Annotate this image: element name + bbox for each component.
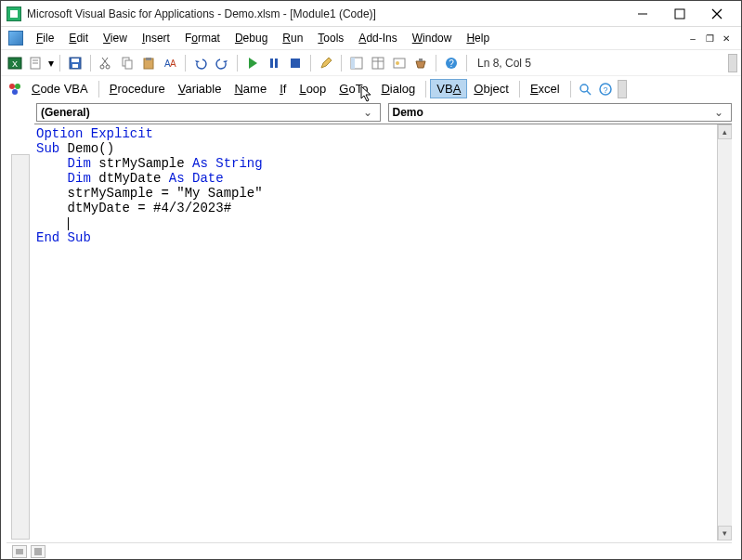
code-text (36, 215, 68, 230)
code-text: As Date (169, 171, 224, 186)
code-text: Option Explicit (36, 126, 153, 141)
paste-button[interactable] (138, 53, 159, 73)
mdi-minimize-button[interactable]: – (685, 32, 700, 45)
vertical-scrollbar[interactable]: ▴ ▾ (717, 124, 732, 540)
goto-menu[interactable]: GoTo (332, 79, 374, 98)
vba-menu[interactable]: VBA (430, 79, 467, 98)
code-pane-selectors: (General) ⌄ Demo ⌄ (1, 101, 741, 124)
break-button[interactable] (264, 53, 284, 73)
svg-rect-1 (675, 9, 684, 19)
menu-debug[interactable]: Debug (228, 30, 275, 46)
help-button[interactable]: ? (441, 53, 462, 73)
window-title: Microsoft Visual Basic for Applications … (27, 7, 624, 20)
svg-rect-22 (270, 59, 273, 68)
minimize-button[interactable] (624, 3, 661, 25)
save-button[interactable] (65, 53, 85, 73)
variable-menu[interactable]: Variable (172, 79, 228, 98)
app-icon (7, 7, 21, 21)
find-button[interactable]: AA (160, 53, 180, 73)
procedure-view-button[interactable] (12, 545, 27, 558)
cut-button[interactable] (96, 53, 116, 73)
run-button[interactable] (242, 53, 263, 73)
codevba-icon[interactable] (5, 79, 25, 99)
undo-button[interactable] (190, 53, 211, 73)
caret-position: Ln 8, Col 5 (472, 57, 537, 70)
procedure-menu[interactable]: Procedure (103, 79, 172, 98)
procedure-combo[interactable]: Demo ⌄ (388, 103, 733, 122)
excel-menu[interactable]: Excel (524, 79, 566, 98)
name-menu[interactable]: Name (228, 79, 273, 98)
loop-menu[interactable]: Loop (293, 79, 332, 98)
code-editor[interactable]: Option Explicit Sub Demo() Dim strMySamp… (34, 124, 717, 540)
svg-text:A: A (170, 59, 176, 69)
code-text (36, 156, 68, 171)
svg-rect-10 (72, 59, 79, 62)
margin-indicator-bar[interactable] (11, 154, 30, 540)
help2-button[interactable]: ? (595, 79, 616, 99)
menu-edit[interactable]: Edit (61, 30, 96, 46)
reset-button[interactable] (285, 53, 306, 73)
full-module-view-button[interactable] (31, 545, 46, 558)
svg-point-36 (15, 84, 20, 89)
object-menu[interactable]: Object (467, 79, 515, 98)
scroll-up-button[interactable]: ▴ (718, 124, 732, 139)
insert-dropdown[interactable]: ▾ (47, 57, 55, 70)
object-browser-button[interactable] (389, 53, 410, 73)
svg-point-38 (580, 85, 588, 92)
menu-help[interactable]: Help (459, 30, 497, 46)
svg-text:?: ? (603, 85, 607, 95)
code-text: dtMyDate = #4/3/2023# (36, 201, 715, 215)
code-text: As String (192, 156, 263, 171)
svg-point-15 (106, 65, 110, 69)
if-menu[interactable]: If (273, 79, 293, 98)
code-text: dtMyDate (91, 171, 169, 186)
toolbox-button[interactable] (410, 53, 431, 73)
svg-point-37 (12, 89, 18, 95)
svg-line-39 (587, 91, 591, 95)
svg-rect-11 (72, 64, 78, 68)
code-text: Dim (68, 156, 91, 171)
toolbar-options[interactable] (728, 54, 737, 72)
menu-view[interactable]: View (96, 30, 135, 46)
dialog-menu[interactable]: Dialog (374, 79, 422, 98)
svg-rect-32 (419, 59, 423, 61)
menu-bar: File Edit View Insert Format Debug Run T… (1, 27, 741, 49)
menu-window[interactable]: Window (405, 30, 460, 46)
copy-button[interactable] (117, 53, 137, 73)
project-explorer-button[interactable] (346, 53, 367, 73)
menu-format[interactable]: Format (177, 30, 228, 46)
code-text: Sub (36, 141, 59, 156)
maximize-button[interactable] (661, 3, 698, 25)
menu-run[interactable]: Run (275, 30, 310, 46)
menu-addins[interactable]: Add-Ins (351, 30, 404, 46)
mdi-close-button[interactable]: ✕ (719, 32, 734, 45)
redo-button[interactable] (212, 53, 232, 73)
svg-point-31 (396, 61, 399, 65)
title-bar: Microsoft Visual Basic for Applications … (1, 1, 741, 27)
svg-rect-26 (351, 58, 355, 69)
search-button[interactable] (575, 79, 595, 99)
svg-rect-24 (291, 59, 300, 68)
design-mode-button[interactable] (316, 53, 336, 73)
menu-insert[interactable]: Insert (135, 30, 177, 46)
mdi-restore-button[interactable]: ❐ (702, 32, 717, 45)
svg-rect-19 (146, 58, 151, 60)
insert-module-button[interactable] (26, 53, 46, 73)
menu-tools[interactable]: Tools (310, 30, 351, 46)
code-text (36, 171, 68, 186)
object-combo-value: (General) (41, 106, 359, 119)
menu-file[interactable]: File (29, 30, 61, 46)
close-button[interactable] (698, 3, 735, 25)
standard-toolbar: X ▾ AA ? Ln 8, Col 5 (1, 49, 741, 75)
vba-icon[interactable] (8, 31, 23, 46)
code-text: End Sub (36, 230, 91, 245)
object-combo[interactable]: (General) ⌄ (36, 103, 381, 122)
properties-button[interactable] (368, 53, 388, 73)
codevba-menu[interactable]: Code VBA (25, 79, 95, 98)
view-excel-button[interactable]: X (5, 53, 25, 73)
toolbar2-options[interactable] (618, 80, 627, 98)
text-caret (68, 217, 69, 230)
svg-point-35 (9, 84, 15, 89)
scroll-down-button[interactable]: ▾ (718, 526, 732, 540)
code-text: strMySample (91, 156, 192, 171)
